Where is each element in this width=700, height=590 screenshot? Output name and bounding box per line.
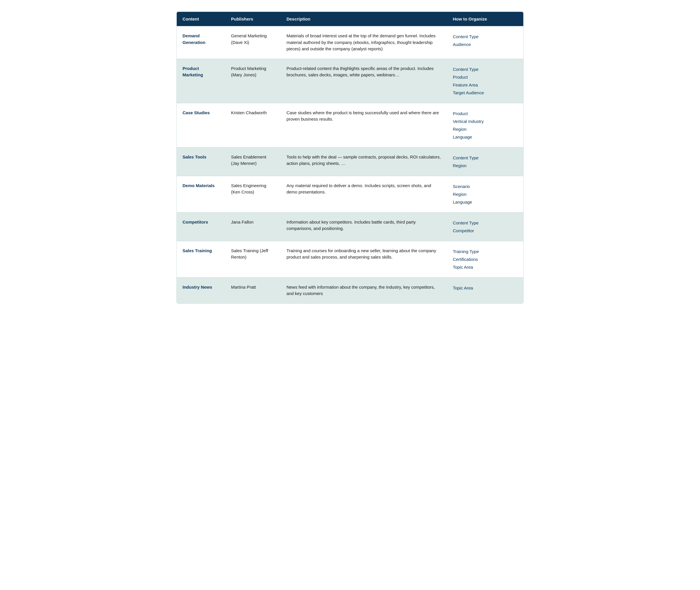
organize-text-sales-training: Training TypeCertificationsTopic Area	[453, 248, 517, 271]
content-name-product-marketing: Product Marketing	[183, 66, 203, 78]
cell-organize-case-studies: ProductVertical IndustryRegionLanguage	[447, 103, 523, 147]
organize-text-sales-tools: Content TypeRegion	[453, 154, 517, 170]
cell-description-demand-generation: Materials of broad interest used at the …	[281, 26, 447, 59]
cell-organize-competitors: Content TypeCompetitor	[447, 212, 523, 241]
cell-publishers-sales-tools: Sales Enablement (Jay Menner)	[225, 147, 281, 176]
cell-publishers-demo-materials: Sales Engineering (Ken Cross)	[225, 176, 281, 212]
organize-line: Content Type	[453, 67, 479, 72]
organize-line: Audience	[453, 42, 471, 47]
organize-text-industry-news: Topic Area	[453, 284, 517, 292]
organize-line: Topic Area	[453, 265, 473, 270]
cell-organize-demo-materials: ScenarioRegionLanguage	[447, 176, 523, 212]
organize-line: Competitor	[453, 228, 474, 233]
header-content: Content	[177, 12, 225, 26]
cell-publishers-case-studies: Kristen Chadworth	[225, 103, 281, 147]
cell-description-competitors: Information about key competitors. Inclu…	[281, 212, 447, 241]
content-name-industry-news: Industry News	[183, 285, 212, 290]
content-table: Content Publishers Description How to Or…	[177, 12, 523, 303]
organize-line: Vertical Industry	[453, 119, 484, 124]
organize-text-case-studies: ProductVertical IndustryRegionLanguage	[453, 110, 517, 141]
cell-content-industry-news: Industry News	[177, 277, 225, 303]
cell-organize-sales-training: Training TypeCertificationsTopic Area	[447, 241, 523, 277]
table-row-demo-materials: Demo MaterialsSales Engineering (Ken Cro…	[177, 176, 523, 212]
header-description: Description	[281, 12, 447, 26]
organize-line: Training Type	[453, 249, 479, 254]
organize-line: Content Type	[453, 155, 479, 160]
organize-line: Region	[453, 192, 467, 197]
cell-content-demand-generation: Demand Generation	[177, 26, 225, 59]
organize-text-product-marketing: Content TypeProductFeature AreaTarget Au…	[453, 65, 517, 97]
cell-content-product-marketing: Product Marketing	[177, 59, 225, 103]
table-row-sales-training: Sales TrainingSales Training (Jeff Rento…	[177, 241, 523, 277]
cell-publishers-sales-training: Sales Training (Jeff Renton)	[225, 241, 281, 277]
organize-line: Region	[453, 163, 467, 168]
table-row-competitors: CompetitorsJana FallonInformation about …	[177, 212, 523, 241]
cell-organize-industry-news: Topic Area	[447, 277, 523, 303]
content-name-demo-materials: Demo Materials	[183, 183, 215, 188]
organize-line: Product	[453, 111, 468, 116]
cell-content-demo-materials: Demo Materials	[177, 176, 225, 212]
cell-description-sales-training: Training and courses for onboarding a ne…	[281, 241, 447, 277]
main-table-wrapper: Content Publishers Description How to Or…	[177, 12, 523, 304]
organize-line: Feature Area	[453, 82, 478, 87]
content-name-demand-generation: Demand Generation	[183, 33, 205, 45]
organize-line: Topic Area	[453, 285, 473, 290]
cell-publishers-competitors: Jana Fallon	[225, 212, 281, 241]
cell-organize-sales-tools: Content TypeRegion	[447, 147, 523, 176]
organize-line: Product	[453, 75, 468, 80]
organize-line: Content Type	[453, 34, 479, 39]
organize-line: Content Type	[453, 220, 479, 225]
organize-line: Target Audience	[453, 90, 484, 95]
cell-content-competitors: Competitors	[177, 212, 225, 241]
cell-publishers-demand-generation: General Marketing (Dave Xi)	[225, 26, 281, 59]
cell-content-sales-tools: Sales Tools	[177, 147, 225, 176]
cell-description-industry-news: News feed with information about the com…	[281, 277, 447, 303]
organize-line: Certifications	[453, 257, 478, 262]
organize-line: Language	[453, 200, 472, 204]
cell-organize-demand-generation: Content TypeAudience	[447, 26, 523, 59]
table-row-case-studies: Case StudiesKristen ChadworthCase studie…	[177, 103, 523, 147]
cell-content-sales-training: Sales Training	[177, 241, 225, 277]
organize-text-demand-generation: Content TypeAudience	[453, 33, 517, 48]
organize-line: Scenario	[453, 184, 470, 189]
header-publishers: Publishers	[225, 12, 281, 26]
table-row-product-marketing: Product MarketingProduct Marketing (Mary…	[177, 59, 523, 103]
content-name-competitors: Competitors	[183, 219, 208, 224]
organize-text-demo-materials: ScenarioRegionLanguage	[453, 183, 517, 206]
content-name-case-studies: Case Studies	[183, 110, 210, 115]
organize-text-competitors: Content TypeCompetitor	[453, 219, 517, 234]
cell-description-sales-tools: Tools to help with the deal — sample con…	[281, 147, 447, 176]
table-header-row: Content Publishers Description How to Or…	[177, 12, 523, 26]
cell-organize-product-marketing: Content TypeProductFeature AreaTarget Au…	[447, 59, 523, 103]
table-row-sales-tools: Sales ToolsSales Enablement (Jay Menner)…	[177, 147, 523, 176]
cell-publishers-industry-news: Martina Pratt	[225, 277, 281, 303]
organize-line: Language	[453, 134, 472, 139]
header-organize: How to Organize	[447, 12, 523, 26]
cell-description-case-studies: Case studies where the product is being …	[281, 103, 447, 147]
organize-line: Region	[453, 127, 467, 131]
content-name-sales-tools: Sales Tools	[183, 155, 206, 159]
content-name-sales-training: Sales Training	[183, 248, 212, 253]
table-row-industry-news: Industry NewsMartina PrattNews feed with…	[177, 277, 523, 303]
cell-description-product-marketing: Product-related content tha thighlights …	[281, 59, 447, 103]
cell-content-case-studies: Case Studies	[177, 103, 225, 147]
cell-publishers-product-marketing: Product Marketing (Mary Jones)	[225, 59, 281, 103]
cell-description-demo-materials: Any material required to deliver a demo.…	[281, 176, 447, 212]
table-row-demand-generation: Demand GenerationGeneral Marketing (Dave…	[177, 26, 523, 59]
